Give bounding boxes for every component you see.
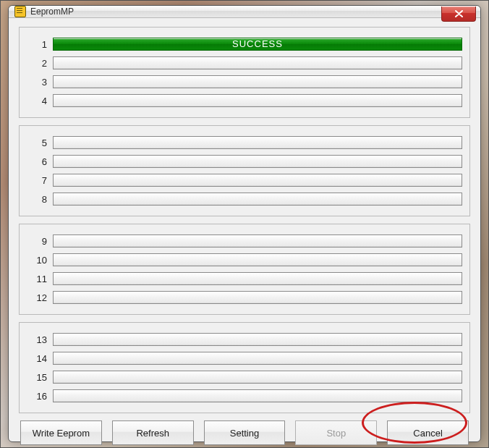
slot-number: 3: [27, 77, 53, 88]
slot-row: 13: [27, 331, 462, 347]
slot-row: 9: [27, 233, 462, 249]
slot-row: 5: [27, 135, 462, 151]
slot-number: 6: [27, 156, 53, 167]
slot-group: 5678: [19, 125, 470, 216]
refresh-button[interactable]: Refresh: [112, 420, 194, 445]
slot-number: 8: [27, 194, 53, 205]
slot-row: 6: [27, 153, 462, 169]
slot-group: 13141516: [19, 322, 470, 413]
stop-button: Stop: [295, 420, 377, 445]
slot-number: 4: [27, 96, 53, 106]
slot-groups: 1SUCCESS2345678910111213141516: [19, 27, 470, 413]
progress-bar: [53, 136, 462, 149]
slot-number: 7: [27, 175, 53, 186]
button-label: Write Eeprom: [33, 428, 90, 439]
slot-number: 9: [27, 236, 53, 247]
button-row: Write Eeprom Refresh Setting Stop Cancel: [19, 420, 470, 445]
slot-group: 9101112: [19, 224, 470, 315]
app-icon: [14, 6, 26, 17]
slot-row: 12: [27, 289, 462, 305]
progress-bar-success: SUCCESS: [53, 38, 462, 51]
progress-bar: [53, 193, 462, 206]
progress-bar: [53, 253, 462, 266]
cancel-button[interactable]: Cancel: [387, 420, 469, 445]
button-label: Setting: [230, 428, 259, 439]
slot-number: 11: [27, 274, 53, 284]
slot-row: 7: [27, 172, 462, 188]
slot-row: 14: [27, 350, 462, 366]
slot-number: 2: [27, 58, 53, 69]
progress-bar: [53, 352, 462, 365]
slot-row: 15: [27, 369, 462, 385]
window-title: EepromMP: [30, 7, 74, 17]
progress-bar: [53, 291, 462, 304]
setting-button[interactable]: Setting: [204, 420, 286, 445]
desktop-background: EepromMP 1SUCCESS2345678910111213141516 …: [0, 0, 489, 448]
progress-bar: [53, 389, 462, 402]
progress-bar: [53, 272, 462, 285]
button-label: Stop: [326, 428, 346, 439]
slot-number: 13: [27, 334, 53, 345]
slot-number: 1: [27, 39, 53, 50]
button-label: Cancel: [413, 428, 442, 439]
progress-bar: [53, 371, 462, 384]
progress-bar: [53, 94, 462, 107]
progress-bar: [53, 56, 462, 69]
close-icon: [455, 10, 463, 17]
slot-row: 16: [27, 388, 462, 404]
slot-number: 16: [27, 391, 53, 402]
slot-row: 11: [27, 271, 462, 287]
progress-bar: [53, 75, 462, 88]
slot-number: 10: [27, 255, 53, 266]
button-label: Refresh: [136, 428, 169, 439]
slot-group: 1SUCCESS234: [19, 27, 470, 118]
progress-bar: [53, 155, 462, 168]
slot-row: 10: [27, 252, 462, 268]
slot-row: 4: [27, 93, 462, 109]
progress-bar: [53, 234, 462, 248]
slot-number: 5: [27, 138, 53, 148]
titlebar[interactable]: EepromMP: [9, 6, 480, 18]
slot-row: 3: [27, 74, 462, 90]
progress-bar: [53, 174, 462, 187]
write-eeprom-button[interactable]: Write Eeprom: [20, 420, 102, 445]
client-area: 1SUCCESS2345678910111213141516 Write Eep…: [9, 18, 480, 448]
eeprom-mp-window: EepromMP 1SUCCESS2345678910111213141516 …: [8, 5, 481, 442]
progress-bar: [53, 333, 462, 346]
slot-row: 2: [27, 55, 462, 71]
slot-number: 15: [27, 372, 53, 383]
slot-row: 1SUCCESS: [27, 36, 462, 52]
slot-number: 12: [27, 292, 53, 303]
slot-number: 14: [27, 353, 53, 364]
close-button[interactable]: [441, 7, 476, 22]
slot-row: 8: [27, 191, 462, 207]
